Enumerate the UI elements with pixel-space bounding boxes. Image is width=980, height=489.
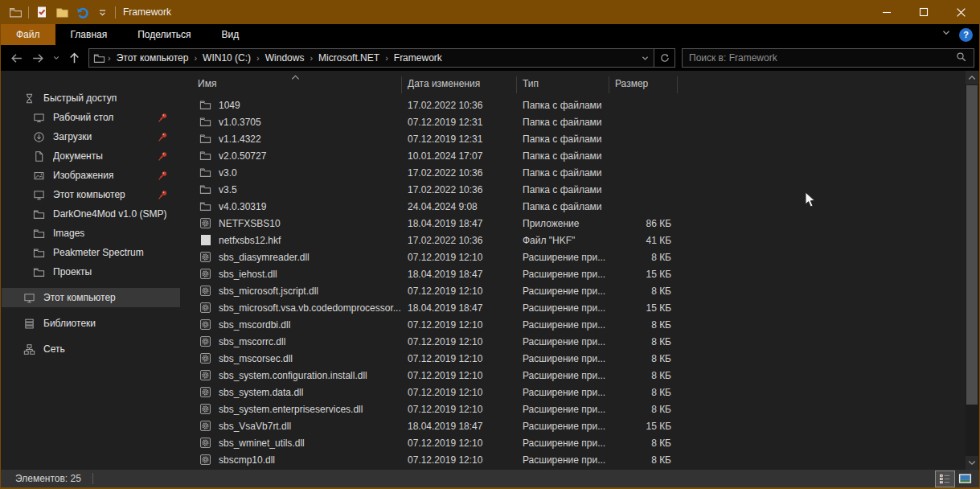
sidebar-item-12[interactable]: Сеть bbox=[2, 339, 180, 359]
maximize-button[interactable] bbox=[905, 0, 942, 24]
breadcrumb-item-4[interactable]: Framework bbox=[391, 52, 445, 64]
column-divider[interactable] bbox=[677, 76, 678, 93]
table-row[interactable]: sbs_VsaVb7rt.dll18.04.2019 18:47Расширен… bbox=[180, 417, 966, 434]
items-count: Элементов: 25 bbox=[15, 473, 81, 484]
sidebar-item-5[interactable]: Этот компьютер bbox=[2, 185, 180, 204]
file-type: Расширение при... bbox=[516, 319, 609, 331]
file-name: sbs_system.data.dll bbox=[219, 387, 303, 398]
table-row[interactable]: v2.0.5072710.01.2024 17:07Папка с файлам… bbox=[180, 147, 966, 164]
customize-qat-chevron-icon[interactable] bbox=[95, 5, 109, 19]
properties-check-icon[interactable] bbox=[35, 5, 49, 19]
table-row[interactable]: sbs_system.data.dll07.12.2019 12:10Расши… bbox=[180, 384, 966, 401]
table-row[interactable]: NETFXSBS1018.04.2019 18:47Приложение86 К… bbox=[180, 215, 966, 232]
table-row[interactable]: v1.1.432207.12.2019 12:31Папка с файлами bbox=[180, 130, 966, 147]
breadcrumb-item-1[interactable]: WIN10 (C:) bbox=[199, 52, 254, 64]
new-folder-icon[interactable] bbox=[55, 5, 69, 19]
sidebar-item-label: Документы bbox=[53, 150, 103, 162]
table-row[interactable]: 104917.02.2022 10:36Папка с файлами bbox=[180, 97, 966, 113]
address-bar: ›Этот компьютер›WIN10 (C:)›Windows›Micro… bbox=[1, 45, 979, 71]
table-row[interactable]: sbs_iehost.dll18.04.2019 18:47Расширение… bbox=[180, 265, 966, 282]
ribbon-tab-3[interactable]: Вид bbox=[206, 24, 254, 45]
pin-icon bbox=[157, 150, 169, 162]
refresh-button[interactable] bbox=[654, 48, 675, 68]
breadcrumb-chevron-icon[interactable]: › bbox=[383, 53, 391, 63]
table-row[interactable]: sbs_mscordbi.dll07.12.2019 12:10Расширен… bbox=[180, 316, 966, 333]
table-row[interactable]: sbs_mscorrc.dll07.12.2019 12:10Расширени… bbox=[180, 333, 966, 350]
sidebar-item-1[interactable]: Рабочий стол bbox=[2, 108, 180, 127]
sidebar-item-4[interactable]: Изображения bbox=[2, 166, 180, 185]
sidebar-item-2[interactable]: Загрузки bbox=[2, 127, 180, 146]
file-type: Папка с файлами bbox=[516, 201, 609, 212]
column-header-1[interactable]: Дата изменения bbox=[401, 78, 516, 89]
up-button[interactable] bbox=[64, 47, 85, 68]
column-header-3[interactable]: Размер bbox=[609, 78, 677, 89]
sidebar-item-11[interactable]: Библиотеки bbox=[2, 314, 180, 333]
status-bar: Элементов: 25 bbox=[1, 470, 979, 489]
expand-ribbon-chevron-icon[interactable] bbox=[941, 27, 952, 42]
quick-access-toolbar bbox=[1, 5, 116, 19]
address-field[interactable]: ›Этот компьютер›WIN10 (C:)›Windows›Micro… bbox=[88, 48, 654, 68]
ribbon-tab-2[interactable]: Поделиться bbox=[122, 24, 206, 45]
file-size: 8 КБ bbox=[609, 387, 677, 398]
breadcrumb-chevron-icon[interactable]: › bbox=[191, 53, 199, 63]
search-input[interactable]: Поиск в: Framework bbox=[682, 48, 974, 68]
ribbon-tab-1[interactable]: Главная bbox=[55, 24, 123, 45]
breadcrumb-item-2[interactable]: Windows bbox=[262, 52, 308, 64]
sidebar-item-7[interactable]: Images bbox=[2, 224, 180, 243]
file-size: 86 КБ bbox=[609, 218, 677, 229]
search-icon[interactable] bbox=[956, 51, 967, 65]
close-button[interactable] bbox=[942, 0, 979, 24]
breadcrumb-chevron-icon[interactable]: › bbox=[307, 53, 315, 63]
sidebar-item-3[interactable]: Документы bbox=[2, 146, 180, 166]
table-row[interactable]: v3.017.02.2022 10:36Папка с файлами bbox=[180, 164, 966, 181]
table-row[interactable]: sbs_system.enterpriseservices.dll07.12.2… bbox=[180, 401, 966, 417]
table-row[interactable]: v3.517.02.2022 10:36Папка с файлами bbox=[180, 181, 966, 198]
sidebar-item-8[interactable]: Peakmeter Spectrum bbox=[2, 243, 180, 262]
file-date: 17.02.2022 10:36 bbox=[401, 100, 516, 111]
recent-locations-chevron-icon[interactable] bbox=[49, 47, 64, 68]
vertical-scrollbar[interactable] bbox=[966, 71, 978, 470]
column-divider[interactable] bbox=[401, 76, 402, 93]
scrollbar-thumb[interactable] bbox=[966, 85, 978, 405]
sidebar-item-9[interactable]: Проекты bbox=[2, 262, 180, 281]
table-row[interactable]: sbscmp10.dll07.12.2019 12:10Расширение п… bbox=[180, 451, 966, 468]
minimize-button[interactable] bbox=[868, 0, 905, 24]
table-row[interactable]: netfxsbs12.hkf17.02.2022 10:36Файл "HKF"… bbox=[180, 232, 966, 249]
address-dropdown-chevron-icon[interactable] bbox=[641, 54, 650, 63]
file-type: Папка с файлами bbox=[516, 100, 609, 111]
help-button[interactable]: ? bbox=[959, 28, 973, 42]
breadcrumb-item-0[interactable]: Этот компьютер bbox=[113, 52, 192, 64]
table-row[interactable]: sbs_diasymreader.dll07.12.2019 12:10Расш… bbox=[180, 249, 966, 265]
table-row[interactable]: v4.0.3031924.04.2024 9:08Папка с файлами bbox=[180, 198, 966, 215]
sidebar-item-6[interactable]: DarkOne4Mod v1.0 (SMP) bbox=[2, 204, 180, 224]
scroll-down-icon[interactable] bbox=[966, 456, 978, 470]
folder-icon bbox=[32, 246, 45, 259]
forward-button[interactable] bbox=[27, 47, 49, 68]
ribbon-tab-0[interactable]: Файл bbox=[1, 24, 55, 45]
file-size: 8 КБ bbox=[609, 286, 677, 297]
sidebar-item-10[interactable]: Этот компьютер bbox=[2, 288, 180, 307]
column-header-2[interactable]: Тип bbox=[516, 78, 609, 89]
file-date: 07.12.2019 12:10 bbox=[401, 286, 516, 297]
table-row[interactable]: v1.0.370507.12.2019 12:31Папка с файлами bbox=[180, 113, 966, 130]
undo-icon[interactable] bbox=[75, 5, 89, 19]
breadcrumb-chevron-icon[interactable]: › bbox=[254, 53, 262, 63]
scroll-up-icon[interactable] bbox=[966, 71, 978, 84]
table-row[interactable]: sbs_system.configuration.install.dll07.1… bbox=[180, 367, 966, 384]
table-row[interactable]: sbs_microsoft.jscript.dll07.12.2019 12:1… bbox=[180, 282, 966, 299]
column-divider[interactable] bbox=[516, 76, 517, 93]
pin-icon bbox=[157, 170, 169, 182]
breadcrumb-chevron-icon[interactable]: › bbox=[105, 53, 113, 63]
table-row[interactable]: sbs_microsoft.vsa.vb.codedomprocessor...… bbox=[180, 299, 966, 316]
back-button[interactable] bbox=[6, 47, 27, 68]
column-divider[interactable] bbox=[609, 76, 609, 93]
thumbnails-view-button[interactable] bbox=[955, 471, 975, 487]
details-view-button[interactable] bbox=[935, 471, 955, 487]
breadcrumb-item-3[interactable]: Microsoft.NET bbox=[315, 52, 383, 64]
downloads-icon bbox=[32, 130, 45, 143]
sidebar-item-0[interactable]: Быстрый доступ bbox=[2, 88, 180, 108]
table-row[interactable]: sbs_mscorsec.dll07.12.2019 12:10Расширен… bbox=[180, 350, 966, 367]
table-row[interactable]: sbs_wminet_utils.dll07.12.2019 12:10Расш… bbox=[180, 434, 966, 451]
pin-icon bbox=[157, 189, 169, 201]
folder-icon bbox=[199, 116, 211, 128]
